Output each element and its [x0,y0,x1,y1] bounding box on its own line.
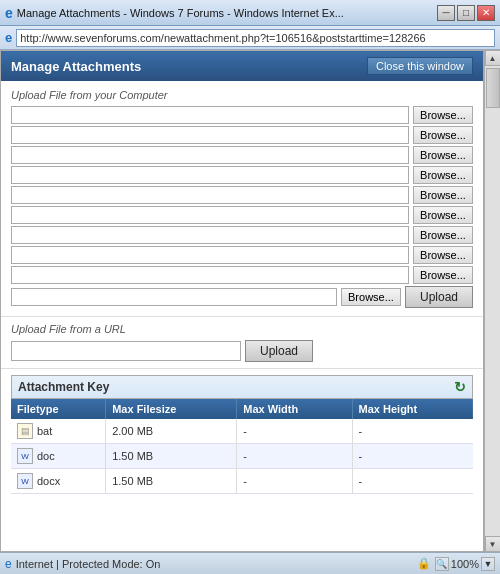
zoom-dropdown-button[interactable]: ▼ [481,557,495,571]
doc-label: doc [37,450,55,462]
upload-file-section: Upload File from your Computer Browse...… [1,81,483,317]
browse-button-8[interactable]: Browse... [413,246,473,264]
browse-button-6[interactable]: Browse... [413,206,473,224]
manage-attachments-header: Manage Attachments Close this window [1,51,483,81]
bat-label: bat [37,425,52,437]
close-window-button[interactable]: Close this window [367,57,473,75]
window-controls: ─ □ ✕ [437,5,495,21]
file-input-6[interactable] [11,206,409,224]
file-input-9[interactable] [11,266,409,284]
upload-file-label: Upload File from your Computer [11,89,473,101]
url-row: Upload [11,340,473,362]
upload-row-6: Browse... [11,206,473,224]
doc-icon: W [17,448,33,464]
file-input-4[interactable] [11,166,409,184]
status-bar: e Internet | Protected Mode: On 🔒 🔍 100%… [0,552,500,574]
zoom-control: 🔍 100% ▼ [435,557,495,571]
zoom-level: 100% [451,558,479,570]
address-input[interactable] [16,29,495,47]
browser-titlebar: e Manage Attachments - Windows 7 Forums … [0,0,500,26]
browse-button-1[interactable]: Browse... [413,106,473,124]
docx-icon: W [17,473,33,489]
zoom-out-button[interactable]: 🔍 [435,557,449,571]
table-header: Filetype Max Filesize Max Width Max Heig… [11,399,473,419]
scroll-up-arrow[interactable]: ▲ [485,50,501,66]
vertical-scrollbar[interactable]: ▲ ▼ [484,50,500,552]
maximize-button[interactable]: □ [457,5,475,21]
browse-button-2[interactable]: Browse... [413,126,473,144]
file-input-5[interactable] [11,186,409,204]
upload-url-label: Upload File from a URL [11,323,473,335]
cell-height-bat: - [352,419,473,444]
main-container: Manage Attachments Close this window Upl… [0,50,500,552]
cell-width-bat: - [237,419,352,444]
upload-url-button[interactable]: Upload [245,340,313,362]
docx-label: docx [37,475,60,487]
col-filetype: Filetype [11,399,106,419]
close-button[interactable]: ✕ [477,5,495,21]
upload-file-rows: Browse... Browse... Browse... Browse... [11,106,473,308]
scroll-down-arrow[interactable]: ▼ [485,536,501,552]
ie-status-icon: e [5,557,12,571]
scroll-track[interactable] [485,66,501,536]
cell-width-docx: - [237,469,352,494]
attachment-key-table: Filetype Max Filesize Max Width Max Heig… [11,399,473,494]
minimize-button[interactable]: ─ [437,5,455,21]
file-input-8[interactable] [11,246,409,264]
table-row: W docx 1.50 MB - - [11,469,473,494]
attachment-key-title: Attachment Key [18,380,109,394]
cell-filesize-bat: 2.00 MB [106,419,237,444]
bat-icon: ▤ [17,423,33,439]
table-row: W doc 1.50 MB - - [11,444,473,469]
file-input-2[interactable] [11,126,409,144]
lock-icon: 🔒 [417,557,431,570]
cell-filesize-doc: 1.50 MB [106,444,237,469]
cell-height-docx: - [352,469,473,494]
upload-url-section: Upload File from a URL Upload [1,317,483,369]
cell-width-doc: - [237,444,352,469]
titlebar-left: e Manage Attachments - Windows 7 Forums … [5,5,344,21]
col-max-filesize: Max Filesize [106,399,237,419]
upload-row-5: Browse... [11,186,473,204]
status-right: 🔒 🔍 100% ▼ [417,557,495,571]
refresh-icon[interactable]: ↻ [454,379,466,395]
url-input[interactable] [11,341,241,361]
upload-row-2: Browse... [11,126,473,144]
cell-filesize-docx: 1.50 MB [106,469,237,494]
address-bar: e [0,26,500,50]
upload-row-1: Browse... [11,106,473,124]
status-text: Internet | Protected Mode: On [16,558,161,570]
ie-logo: e [5,30,12,45]
browse-button-3[interactable]: Browse... [413,146,473,164]
status-left: e Internet | Protected Mode: On [5,557,160,571]
upload-row-3: Browse... [11,146,473,164]
content-area: Manage Attachments Close this window Upl… [0,50,484,552]
browser-title: Manage Attachments - Windows 7 Forums - … [17,7,344,19]
col-max-width: Max Width [237,399,352,419]
manage-header-title: Manage Attachments [11,59,141,74]
col-max-height: Max Height [352,399,473,419]
scroll-thumb[interactable] [486,68,500,108]
cell-filetype-bat: ▤ bat [11,419,106,444]
upload-row-9: Browse... [11,266,473,284]
file-input-3[interactable] [11,146,409,164]
browse-button-7[interactable]: Browse... [413,226,473,244]
browse-button-10[interactable]: Browse... [341,288,401,306]
browse-button-5[interactable]: Browse... [413,186,473,204]
file-input-1[interactable] [11,106,409,124]
cell-filetype-doc: W doc [11,444,106,469]
upload-row-10: Browse... Upload [11,286,473,308]
upload-row-8: Browse... [11,246,473,264]
cell-height-doc: - [352,444,473,469]
table-body: ▤ bat 2.00 MB - - W doc [11,419,473,494]
upload-file-button[interactable]: Upload [405,286,473,308]
file-input-7[interactable] [11,226,409,244]
browse-button-9[interactable]: Browse... [413,266,473,284]
attachment-key-header: Attachment Key ↻ [11,375,473,399]
browse-button-4[interactable]: Browse... [413,166,473,184]
cell-filetype-docx: W docx [11,469,106,494]
upload-row-7: Browse... [11,226,473,244]
table-row: ▤ bat 2.00 MB - - [11,419,473,444]
upload-row-4: Browse... [11,166,473,184]
file-input-10[interactable] [11,288,337,306]
